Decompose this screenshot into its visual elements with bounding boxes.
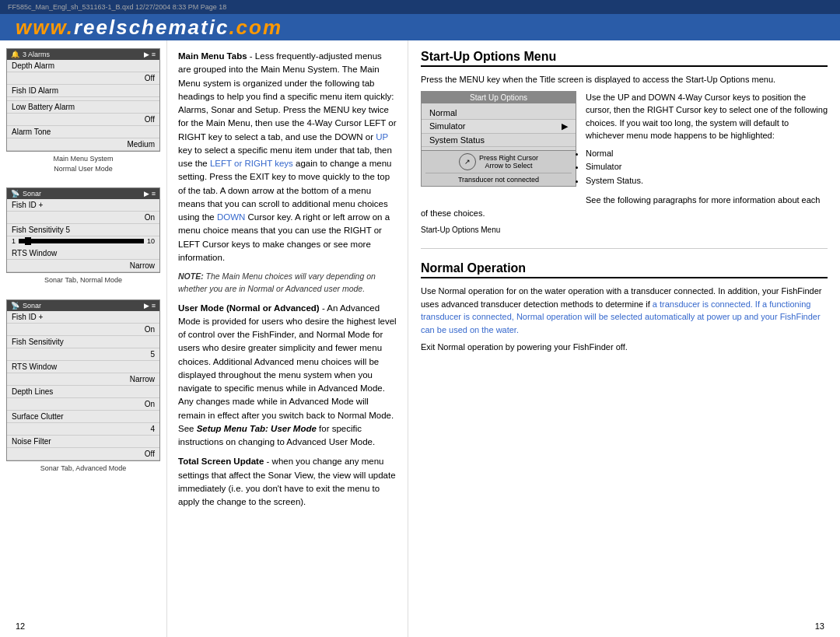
- startup-see-text: See the following paragraphs for more in…: [421, 194, 828, 219]
- fish-sensitivity-row: Fish Sensitivity 5: [7, 224, 159, 236]
- startup-section: Start-Up Options Menu Press the MENU key…: [421, 50, 828, 240]
- noise-filter-value: Off: [7, 448, 159, 460]
- simulator-arrow-icon: ▶: [562, 121, 568, 131]
- startup-content: Start Up Options Normal Simulator ▶ Syst…: [421, 91, 828, 241]
- fish-id-alarm-row: Fish ID Alarm: [7, 85, 159, 97]
- page-footer: 12 13: [0, 621, 840, 631]
- adv-fish-id-plus-value: On: [7, 324, 159, 336]
- adv-rts-window-value: Narrow: [7, 373, 159, 386]
- main-content: 🔔 3 Alarms ▶ ≡ Depth Alarm Off Fish ID A…: [0, 40, 840, 637]
- alarms-menu-box: 🔔 3 Alarms ▶ ≡ Depth Alarm Off Fish ID A…: [6, 48, 160, 152]
- transducer-label: Transducer not connected: [425, 176, 572, 184]
- page-number-left: 12: [16, 621, 25, 631]
- startup-option-normal: Normal: [422, 107, 576, 120]
- section-divider: [421, 248, 828, 249]
- startup-options-list: Normal Simulator ▶ System Status: [422, 103, 576, 150]
- fish-id-plus-row: Fish ID +: [7, 199, 159, 212]
- depth-alarm-row: Depth Alarm: [7, 60, 159, 72]
- user-mode-paragraph: User Mode (Normal or Advanced) - An Adva…: [178, 302, 397, 450]
- left-column: 🔔 3 Alarms ▶ ≡ Depth Alarm Off Fish ID A…: [0, 40, 167, 637]
- center-column: Main Menu Tabs - Less frequently-adjuste…: [167, 40, 408, 637]
- menu1-label: Main Menu System Normal User Mode: [6, 154, 160, 173]
- menu2-label: Sonar Tab, Normal Mode: [6, 275, 160, 285]
- noise-filter-row: Noise Filter: [7, 436, 159, 448]
- bell-icon: 🔔: [11, 51, 19, 58]
- page-header: FF585c_Man_Engl_sh_531163-1_B.qxd 12/27/…: [0, 0, 840, 40]
- adv-fish-sensitivity-row: Fish Sensitivity: [7, 336, 159, 348]
- sonar-advanced-menu-screenshot: 📡 Sonar ▶ ≡ Fish ID + On Fish Sensitivit…: [6, 299, 160, 474]
- sonar-advanced-title: 📡 Sonar ▶ ≡: [7, 300, 159, 311]
- adv-fish-sensitivity-value: 5: [7, 348, 159, 361]
- slider-thumb: [25, 237, 31, 245]
- right-column: Start-Up Options Menu Press the MENU key…: [408, 40, 840, 637]
- slider-track: [19, 239, 144, 243]
- header-filename: FF585c_Man_Engl_sh_531163-1_B.qxd 12/27/…: [0, 0, 840, 14]
- page-number-right: 13: [815, 621, 824, 631]
- adv-fish-id-plus-row: Fish ID +: [7, 311, 159, 324]
- startup-box-footer: ↗ Press Right CursorArrow to Select Tran…: [422, 150, 576, 186]
- sonar-normal-menu-box: 📡 Sonar ▶ ≡ Fish ID + On Fish Sensitivit…: [6, 187, 160, 273]
- alarm-tone-row: Alarm Tone: [7, 126, 159, 138]
- alarms-menu-screenshot: 🔔 3 Alarms ▶ ≡ Depth Alarm Off Fish ID A…: [6, 48, 160, 173]
- fish-sensitivity-slider: 1 10: [7, 236, 159, 247]
- normal-operation-text1: Use Normal operation for on the water op…: [421, 285, 828, 336]
- alarm-tone-value: Medium: [7, 138, 159, 151]
- depth-alarm-value: Off: [7, 72, 159, 85]
- alarms-menu-title: 🔔 3 Alarms ▶ ≡: [7, 49, 159, 60]
- normal-operation-section: Normal Operation Use Normal operation fo…: [421, 261, 828, 354]
- low-battery-alarm-row: Low Battery Alarm: [7, 101, 159, 114]
- low-battery-alarm-value: Off: [7, 114, 159, 126]
- sonar-icon: 📡: [11, 190, 19, 198]
- depth-lines-value: On: [7, 398, 159, 411]
- rts-window-value: Narrow: [7, 260, 159, 272]
- user-mode-heading: User Mode (Normal or Advanced): [178, 303, 320, 313]
- startup-option-simulator: Simulator ▶: [422, 120, 576, 134]
- sonar-adv-icons: ▶ ≡: [144, 302, 156, 310]
- site-logo: www.reelschematic.com: [16, 16, 282, 40]
- note-paragraph: NOTE: The Main Menu choices will vary de…: [178, 271, 397, 296]
- total-screen-paragraph: Total Screen Update - when you change an…: [178, 455, 397, 509]
- sonar-advanced-label: Sonar: [23, 302, 41, 310]
- startup-intro: Press the MENU key when the Title screen…: [421, 73, 828, 86]
- press-right-cursor-label: Press Right CursorArrow to Select: [479, 154, 538, 170]
- sonar-advanced-menu-box: 📡 Sonar ▶ ≡ Fish ID + On Fish Sensitivit…: [6, 299, 160, 461]
- startup-box-screenshot-label: Start-Up Options Menu: [421, 224, 828, 236]
- sonar-normal-icons: ▶ ≡: [144, 190, 156, 198]
- main-menu-tabs-heading: Main Menu Tabs: [178, 51, 247, 61]
- startup-options-box: Start Up Options Normal Simulator ▶ Syst…: [421, 91, 576, 187]
- startup-heading: Start-Up Options Menu: [421, 50, 828, 67]
- normal-operation-heading: Normal Operation: [421, 261, 828, 278]
- total-screen-heading: Total Screen Update: [178, 457, 264, 466]
- startup-option-system-status: System Status: [422, 134, 576, 147]
- cursor-icon: ↗: [459, 153, 476, 170]
- sonar-normal-menu-screenshot: 📡 Sonar ▶ ≡ Fish ID + On Fish Sensitivit…: [6, 187, 160, 285]
- surface-clutter-row: Surface Clutter: [7, 411, 159, 423]
- startup-box-title: Start Up Options: [422, 92, 576, 103]
- depth-lines-row: Depth Lines: [7, 386, 159, 398]
- alarms-menu-icons: ▶ ≡: [144, 51, 156, 58]
- surface-clutter-value: 4: [7, 423, 159, 436]
- normal-operation-text2: Exit Normal operation by powering your F…: [421, 341, 828, 354]
- sonar-normal-title: 📡 Sonar ▶ ≡: [7, 188, 159, 199]
- fish-id-plus-value: On: [7, 212, 159, 224]
- alarms-title-label: 3 Alarms: [23, 51, 50, 58]
- rts-window-row: RTS Window: [7, 247, 159, 260]
- menu3-label: Sonar Tab, Advanced Mode: [6, 464, 160, 474]
- sonar-adv-icon: 📡: [11, 302, 19, 310]
- main-menu-tabs-paragraph: Main Menu Tabs - Less frequently-adjuste…: [178, 50, 397, 264]
- adv-rts-window-row: RTS Window: [7, 361, 159, 373]
- sonar-normal-label: Sonar: [23, 190, 41, 198]
